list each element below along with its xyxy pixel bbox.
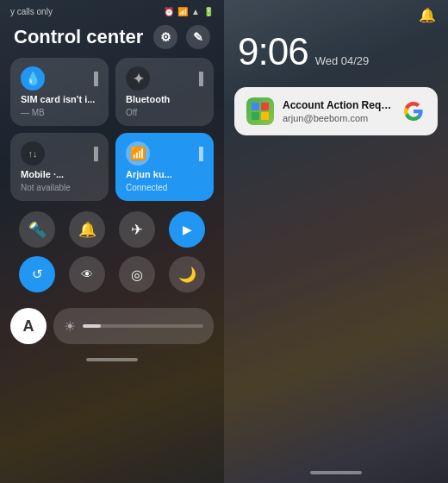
spacer [224, 135, 448, 471]
readingmode-button[interactable]: 👁 [69, 256, 105, 292]
status-bar-left: y calls only ⏰ 📶 ▲ 🔋 [0, 0, 224, 20]
mobile-tile-header: ↑↓ ▐ [21, 141, 98, 166]
clock-area: 9:06 Wed 04/29 [224, 27, 448, 87]
avatar-letter: A [23, 317, 34, 336]
notif-subtitle: arjun@beebom.com [283, 113, 393, 123]
clock-time: 9:06 [238, 30, 308, 73]
signal-icon: 📶 [177, 7, 188, 16]
settings-icon[interactable]: ⚙ [153, 25, 177, 49]
bluetooth-tile[interactable]: ✦ ▐ Bluetooth Off [115, 58, 214, 126]
meet-icon-svg [251, 102, 270, 121]
control-center-panel: y calls only ⏰ 📶 ▲ 🔋 Control center ⚙ ✎ … [0, 0, 224, 483]
flashlight-button[interactable]: 🔦 [19, 211, 55, 248]
home-indicator[interactable] [86, 358, 138, 361]
home-indicator-right[interactable] [310, 471, 362, 474]
svg-rect-2 [252, 112, 259, 120]
brightness-track [83, 324, 203, 328]
clock-date: Wed 04/29 [315, 54, 370, 67]
battery-icon: 🔋 [203, 7, 214, 16]
bell-button[interactable]: 🔔 [69, 211, 105, 248]
wifi-sub: Connected [126, 183, 203, 192]
notification-bell-icon: 🔔 [419, 7, 436, 23]
google-logo [401, 99, 426, 123]
donotdisturb-button[interactable]: 🌙 [169, 256, 205, 292]
status-bar-right: 🔔 [224, 0, 448, 27]
carrier-text: y calls only [10, 7, 53, 16]
wifi-signal: ▐ [195, 147, 203, 160]
brightness-icon: ☀ [64, 318, 76, 335]
icon-row-1: 🔦 🔔 ✈ ▶ [0, 208, 224, 251]
mobile-signal: ▐ [90, 147, 98, 160]
wifi-tile-header: 📶 ▐ [126, 141, 203, 166]
sim-name: SIM card isn't i... [21, 94, 98, 104]
sim-tile[interactable]: 💧 ▐ SIM card isn't i... — MB [10, 58, 109, 126]
location-button[interactable]: ▶ [169, 211, 205, 248]
mobile-name: Mobile ·... [21, 169, 98, 179]
sim-signal: ▐ [90, 72, 98, 85]
sim-sub: — MB [21, 108, 98, 117]
title-action-icons: ⚙ ✎ [153, 25, 210, 49]
bluetooth-tile-header: ✦ ▐ [126, 66, 203, 91]
wifi-icon: 📶 [126, 141, 150, 166]
wifi-name: Arjun ku... [126, 169, 203, 179]
autorotate-button[interactable]: ↺ [19, 256, 55, 292]
svg-rect-0 [252, 103, 259, 110]
wifi-tile[interactable]: 📶 ▐ Arjun ku... Connected [115, 133, 214, 201]
bluetooth-name: Bluetooth [126, 94, 203, 104]
mobile-icon: ↑↓ [21, 141, 45, 166]
mobile-sub: Not available [21, 183, 98, 192]
bluetooth-icon: ✦ [126, 66, 150, 91]
notif-app-icon [246, 97, 274, 125]
airplane-button[interactable]: ✈ [119, 211, 155, 248]
notif-content: Account Action Required arjun@beebom.com [283, 99, 393, 123]
page-title: Control center ⚙ ✎ [0, 20, 224, 58]
alarm-icon: ⏰ [164, 7, 174, 16]
sim-tile-header: 💧 ▐ [21, 66, 98, 91]
status-icons: ⏰ 📶 ▲ 🔋 [164, 7, 214, 16]
lock-screen-panel: 🔔 9:06 Wed 04/29 Account Action Required… [224, 0, 448, 483]
svg-rect-1 [261, 103, 269, 110]
bluetooth-signal: ▐ [195, 72, 203, 85]
brightness-fill [83, 324, 101, 328]
svg-rect-3 [261, 112, 269, 120]
mobile-tile[interactable]: ↑↓ ▐ Mobile ·... Not available [10, 133, 109, 201]
edit-icon[interactable]: ✎ [186, 25, 210, 49]
sim-icon: 💧 [21, 66, 45, 91]
notif-title: Account Action Required [283, 99, 393, 111]
title-text: Control center [14, 26, 143, 48]
wifi-status-icon: ▲ [191, 7, 200, 16]
bottom-row: A ☀ [0, 303, 224, 349]
avatar-button[interactable]: A [10, 308, 47, 344]
quick-tiles-grid: 💧 ▐ SIM card isn't i... — MB ✦ ▐ Bluetoo… [0, 58, 224, 208]
brightness-slider[interactable]: ☀ [53, 308, 214, 344]
notification-card[interactable]: Account Action Required arjun@beebom.com [234, 87, 438, 135]
bluetooth-sub: Off [126, 108, 203, 117]
icon-row-2: ↺ 👁 ◎ 🌙 [0, 253, 224, 296]
google-g-svg [403, 101, 424, 122]
nfc-button[interactable]: ◎ [119, 256, 155, 292]
